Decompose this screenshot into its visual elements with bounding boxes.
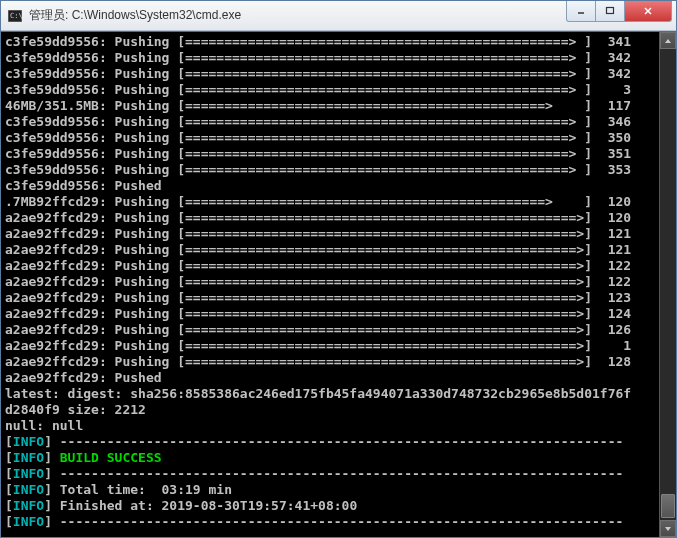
svg-text:C:\: C:\ — [10, 12, 22, 20]
log-line: c3fe59dd9556: Pushing [=================… — [5, 66, 659, 82]
close-button[interactable] — [624, 1, 672, 22]
log-line: a2ae92ffcd29: Pushing [=================… — [5, 274, 659, 290]
info-divider: [INFO] ---------------------------------… — [5, 514, 659, 530]
total-time: [INFO] Total time: 03:19 min — [5, 482, 659, 498]
log-line: a2ae92ffcd29: Pushing [=================… — [5, 290, 659, 306]
log-line: a2ae92ffcd29: Pushing [=================… — [5, 242, 659, 258]
digest-line: latest: digest: sha256:8585386ac246ed175… — [5, 386, 659, 402]
scrollbar[interactable] — [659, 32, 676, 537]
minimize-button[interactable] — [566, 1, 596, 22]
titlebar[interactable]: C:\ 管理员: C:\Windows\System32\cmd.exe — [1, 1, 676, 31]
log-line: c3fe59dd9556: Pushing [=================… — [5, 82, 659, 98]
log-line: c3fe59dd9556: Pushing [=================… — [5, 34, 659, 50]
log-line: a2ae92ffcd29: Pushing [=================… — [5, 226, 659, 242]
finished-at: [INFO] Finished at: 2019-08-30T19:57:41+… — [5, 498, 659, 514]
log-line: a2ae92ffcd29: Pushing [=================… — [5, 354, 659, 370]
svg-rect-3 — [607, 8, 614, 14]
window-controls — [567, 1, 676, 22]
log-line: a2ae92ffcd29: Pushing [=================… — [5, 322, 659, 338]
scroll-thumb[interactable] — [661, 494, 675, 518]
log-line: a2ae92ffcd29: Pushed — [5, 370, 659, 386]
log-line: a2ae92ffcd29: Pushing [=================… — [5, 258, 659, 274]
svg-marker-6 — [665, 39, 671, 43]
log-line: c3fe59dd9556: Pushing [=================… — [5, 130, 659, 146]
info-divider: [INFO] ---------------------------------… — [5, 434, 659, 450]
log-line: .7MB92ffcd29: Pushing [=================… — [5, 194, 659, 210]
null-line: null: null — [5, 418, 659, 434]
terminal-area: c3fe59dd9556: Pushing [=================… — [1, 31, 676, 537]
log-line: c3fe59dd9556: Pushing [=================… — [5, 146, 659, 162]
log-line: a2ae92ffcd29: Pushing [=================… — [5, 306, 659, 322]
scroll-down-button[interactable] — [660, 520, 676, 537]
log-line: c3fe59dd9556: Pushing [=================… — [5, 50, 659, 66]
log-line: a2ae92ffcd29: Pushing [=================… — [5, 338, 659, 354]
log-line: a2ae92ffcd29: Pushing [=================… — [5, 210, 659, 226]
cmd-icon: C:\ — [7, 8, 23, 24]
build-success: [INFO] BUILD SUCCESS — [5, 450, 659, 466]
window-title: 管理员: C:\Windows\System32\cmd.exe — [29, 7, 567, 24]
log-line: c3fe59dd9556: Pushing [=================… — [5, 114, 659, 130]
cmd-window: C:\ 管理员: C:\Windows\System32\cmd.exe c3f… — [0, 0, 677, 538]
scroll-track[interactable] — [660, 49, 676, 520]
terminal-output[interactable]: c3fe59dd9556: Pushing [=================… — [1, 32, 659, 537]
maximize-button[interactable] — [595, 1, 625, 22]
log-line: c3fe59dd9556: Pushed — [5, 178, 659, 194]
scroll-up-button[interactable] — [660, 32, 676, 49]
log-line: 46MB/351.5MB: Pushing [=================… — [5, 98, 659, 114]
info-divider: [INFO] ---------------------------------… — [5, 466, 659, 482]
log-line: c3fe59dd9556: Pushing [=================… — [5, 162, 659, 178]
svg-marker-7 — [665, 527, 671, 531]
digest-line: d2840f9 size: 2212 — [5, 402, 659, 418]
